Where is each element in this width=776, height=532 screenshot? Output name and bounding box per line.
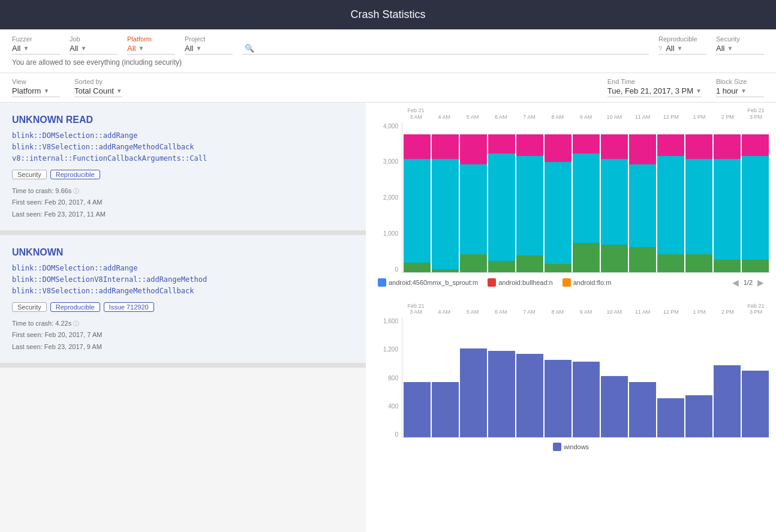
stack-line[interactable]: blink::DOMSelectionV8Internal::addRangeM…	[12, 274, 354, 285]
legend-item: android:flo:m	[563, 278, 612, 287]
bar-segment-cyan	[601, 159, 628, 245]
bar-segment-other	[601, 245, 628, 272]
security-select[interactable]: All ▼	[716, 44, 764, 55]
end-time-select[interactable]: Tue, Feb 21, 2017, 3 PM ▼	[607, 86, 702, 97]
legend-next-button[interactable]: ▶	[757, 278, 764, 287]
crash-meta-1: Time to crash: 9.66s ⓘ First seen: Feb 2…	[12, 185, 354, 221]
view-arrow-icon: ▼	[43, 88, 49, 94]
bar-segment-pink	[601, 134, 628, 159]
stack-line[interactable]: v8::internal::FunctionCallbackArguments:…	[12, 153, 354, 164]
search-icon: 🔍	[245, 44, 254, 53]
bar-group	[742, 123, 769, 272]
search-input[interactable]	[258, 44, 646, 53]
time-tick: 5 AM	[458, 309, 486, 315]
stack-line[interactable]: blink::V8Selection::addRangeMethodCallba…	[12, 142, 354, 153]
bar-segment-cyan	[432, 159, 459, 269]
issue-badge-2[interactable]: Issue 712920	[104, 302, 154, 312]
y-label: 1,000	[383, 230, 398, 237]
block-size-value: 1 hour	[716, 86, 738, 95]
bar-segment	[545, 360, 572, 438]
search-box[interactable]: 🔍	[242, 43, 649, 55]
bar-segment-other	[714, 260, 741, 272]
bar-segment-pink	[460, 134, 487, 165]
bar-segment-cyan	[545, 162, 572, 264]
reproducible-help-icon: ?	[658, 45, 662, 52]
crash-title-2[interactable]: UNKNOWN	[12, 247, 354, 258]
time-tick: 1 PM	[685, 309, 713, 315]
security-badge-2: Security	[12, 302, 47, 312]
job-value: All	[70, 44, 78, 53]
time-to-crash-2: Time to crash: 4.22s ⓘ	[12, 318, 354, 330]
stack-line[interactable]: blink::DOMSelection::addRange	[12, 130, 354, 142]
time-tick: 11 AM	[628, 309, 657, 315]
view-group: View Platform ▼	[12, 78, 60, 97]
legend-prev-button[interactable]: ◀	[732, 278, 739, 287]
bar-segment-other	[404, 263, 431, 272]
chart2-time-axis: Feb 21 3 AM4 AM5 AM6 AM7 AM8 AM9 AM10 AM…	[372, 298, 770, 318]
bar-segment-other	[516, 256, 543, 272]
end-time-label: End Time	[607, 78, 702, 85]
bar-group	[404, 318, 431, 437]
job-select[interactable]: All ▼	[70, 44, 118, 55]
job-arrow-icon: ▼	[80, 45, 86, 52]
time-tick: 7 AM	[515, 114, 543, 121]
chart-2: Feb 21 3 AM4 AM5 AM6 AM7 AM8 AM9 AM10 AM…	[366, 298, 776, 456]
bar-segment	[488, 351, 515, 437]
bar-segment	[629, 382, 656, 438]
project-arrow-icon: ▼	[195, 45, 201, 52]
view-bar: View Platform ▼ Sorted by Total Count ▼ …	[0, 73, 776, 103]
bar-segment-cyan	[629, 164, 656, 247]
time-tick: 10 AM	[600, 309, 628, 315]
bar-group	[404, 123, 431, 272]
project-select[interactable]: All ▼	[185, 44, 233, 55]
fuzzer-value: All	[12, 44, 20, 53]
chart1-wrapper: 4,0003,0002,0001,0000	[372, 123, 770, 273]
project-label: Project	[185, 35, 233, 43]
filter-row: Fuzzer All ▼ Job All ▼ Platform All ▼ Pr…	[12, 35, 764, 55]
time-tick: 11 AM	[628, 114, 657, 121]
bar-group	[545, 123, 572, 272]
chart2-area	[402, 318, 770, 438]
time-tick: Feb 21 3 AM	[402, 107, 430, 121]
time-tick: 5 AM	[458, 114, 486, 121]
y-label: 4,000	[383, 123, 398, 130]
bar-group	[601, 123, 628, 272]
block-size-label: Block Size	[716, 78, 764, 85]
bar-group	[432, 123, 459, 272]
bar-group	[685, 123, 712, 272]
chart2-bars	[402, 318, 770, 438]
bar-group	[573, 318, 600, 437]
bar-group	[629, 318, 656, 437]
help-icon-2: ⓘ	[73, 320, 79, 327]
sorted-by-select[interactable]: Total Count ▼	[74, 86, 122, 97]
job-filter: Job All ▼	[70, 35, 118, 55]
time-tick: 1 PM	[685, 114, 713, 121]
crash-title-1[interactable]: UNKNOWN READ	[12, 115, 354, 125]
app-header: Crash Statistics	[0, 0, 776, 29]
bar-segment	[460, 348, 487, 437]
legend-color	[553, 443, 561, 451]
time-tick: 4 AM	[430, 309, 458, 315]
chart1-area	[402, 123, 770, 273]
reproducible-select[interactable]: ? All ▼	[658, 44, 706, 55]
view-select[interactable]: Platform ▼	[12, 86, 60, 97]
legend-label: android:4560mmx_b_sprout:m	[389, 279, 478, 286]
platform-select[interactable]: All ▼	[127, 44, 175, 55]
block-size-select[interactable]: 1 hour ▼	[716, 86, 764, 97]
crash-item-2: UNKNOWN blink::DOMSelection::addRange bl…	[0, 235, 366, 368]
help-icon-1: ⓘ	[73, 188, 79, 194]
stack-line[interactable]: blink::DOMSelection::addRange	[12, 263, 354, 274]
stack-line[interactable]: blink::V8Selection::addRangeMethodCallba…	[12, 285, 354, 297]
crash-item-1: UNKNOWN READ blink::DOMSelection::addRan…	[0, 103, 366, 235]
bar-segment-pink	[432, 134, 459, 159]
security-filter: Security All ▼	[716, 35, 764, 55]
bar-group	[460, 318, 487, 437]
chart1-y-axis: 4,0003,0002,0001,0000	[372, 123, 402, 273]
bar-segment-other	[432, 269, 459, 272]
fuzzer-select[interactable]: All ▼	[12, 44, 60, 55]
view-value: Platform	[12, 86, 41, 95]
bar-segment	[685, 395, 712, 437]
bar-group	[657, 123, 684, 272]
bar-segment-pink	[685, 134, 712, 159]
chart2-wrapper: 1,6001,2008004000	[372, 318, 770, 438]
